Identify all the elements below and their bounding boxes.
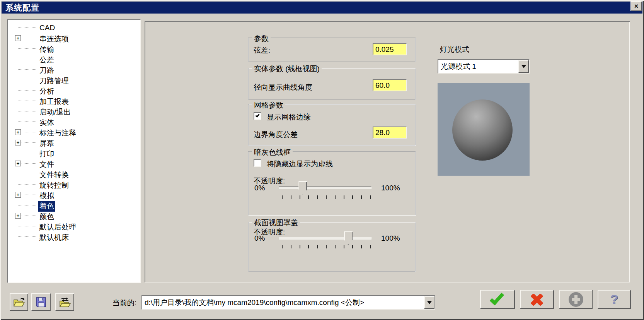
- check-icon: [255, 113, 259, 117]
- tree-item-label[interactable]: 标注与注释: [38, 128, 77, 139]
- lighting-mode-value: 光源模式 1: [438, 62, 518, 72]
- current-config-path: d:\用户目录\我的文档\my mcam2019\config\mcamxm.c…: [142, 298, 424, 308]
- cancel-button[interactable]: [520, 290, 554, 309]
- tree-item[interactable]: +颜色: [8, 210, 140, 221]
- tree-connector: [18, 142, 37, 143]
- tree-item[interactable]: 传输: [8, 43, 140, 54]
- tree-item[interactable]: 分析: [8, 85, 140, 96]
- tree-connector: [18, 48, 37, 49]
- tree-item[interactable]: 文件转换: [8, 169, 140, 179]
- tree-connector: [18, 121, 37, 122]
- tree-item-label[interactable]: 刀路管理: [38, 75, 70, 86]
- tree-item[interactable]: +模拟: [8, 190, 140, 200]
- chord-tolerance-input[interactable]: 0.025: [373, 43, 407, 55]
- lighting-mode-select[interactable]: 光源模式 1: [438, 59, 530, 74]
- opacity-slider-thumb[interactable]: [298, 181, 307, 195]
- lighting-preview-sphere: [452, 99, 513, 161]
- tree-item-label[interactable]: 打印: [38, 149, 55, 159]
- tree-item-label[interactable]: 串连选项: [38, 34, 70, 44]
- slider-ticks: [282, 195, 371, 199]
- current-config-select[interactable]: d:\用户目录\我的文档\my mcam2019\config\mcamxm.c…: [141, 295, 435, 310]
- tree-item[interactable]: 着色: [8, 200, 140, 210]
- slider-max-label: 100%: [381, 184, 400, 192]
- open-config-button[interactable]: [10, 293, 28, 311]
- tree-item[interactable]: 刀路: [8, 64, 140, 75]
- expand-plus-icon[interactable]: +: [15, 140, 21, 145]
- merge-config-button[interactable]: [55, 293, 74, 311]
- opacity-slider-thumb[interactable]: [344, 231, 353, 245]
- chevron-down-icon[interactable]: [518, 60, 529, 73]
- close-button[interactable]: ×: [630, 1, 642, 11]
- dialog-title: 系统配置: [2, 2, 39, 13]
- save-floppy-icon: [35, 296, 47, 308]
- tree-item[interactable]: +标注与注释: [8, 127, 140, 137]
- tree-item[interactable]: CAD: [8, 22, 140, 33]
- tree-item[interactable]: 公差: [8, 54, 140, 64]
- tree-item-label[interactable]: 默认后处理: [38, 222, 77, 233]
- save-config-button[interactable]: [31, 293, 51, 311]
- opacity-slider-track[interactable]: [279, 187, 371, 189]
- boundary-angle-tol-label: 边界角度公差: [254, 130, 298, 140]
- group-dim-wireframe: 暗灰色线框 将隐藏边显示为虚线 不透明度: 0% 100%: [248, 151, 416, 216]
- opacity-slider-track[interactable]: [279, 237, 371, 240]
- tree-item-label[interactable]: 屏幕: [38, 138, 55, 149]
- titlebar[interactable]: 系统配置: [2, 2, 642, 14]
- tree-item[interactable]: 实体: [8, 116, 140, 127]
- tree-item[interactable]: +屏幕: [8, 137, 140, 148]
- tree-item-label[interactable]: 颜色: [38, 211, 55, 222]
- tree-item-label[interactable]: 启动/退出: [38, 107, 72, 118]
- tree-item-label[interactable]: 传输: [38, 44, 55, 55]
- tree-item-label[interactable]: 文件: [38, 159, 55, 170]
- expand-plus-icon[interactable]: +: [15, 213, 21, 219]
- hidden-edges-dashed-label: 将隐藏边显示为虚线: [267, 159, 333, 169]
- tree-item[interactable]: 默认机床: [8, 231, 140, 242]
- tree-connector: [18, 132, 37, 132]
- tree-item-label[interactable]: 模拟: [38, 190, 55, 201]
- expand-plus-icon[interactable]: +: [15, 35, 21, 41]
- tree-item-label[interactable]: 分析: [38, 86, 55, 97]
- boundary-angle-tol-input[interactable]: 28.0: [373, 127, 407, 139]
- tree-item-label[interactable]: 旋转控制: [38, 180, 70, 191]
- show-mesh-edges-checkbox[interactable]: [254, 112, 261, 120]
- radial-curve-angle-input[interactable]: 60.0: [373, 79, 407, 91]
- tree-connector: [18, 226, 37, 226]
- group-solid-params-legend: 实体参数 (线框视图): [252, 64, 322, 74]
- tree-item-label[interactable]: 默认机床: [38, 232, 70, 243]
- settings-tree[interactable]: CAD+串连选项传输公差刀路刀路管理分析加工报表启动/退出实体+标注与注释+屏幕…: [7, 19, 141, 283]
- merge-folder-icon: [58, 296, 72, 308]
- slider-min-label: 0%: [254, 234, 265, 243]
- tree-item-label[interactable]: 公差: [38, 55, 55, 65]
- tree-item-label[interactable]: CAD: [38, 23, 56, 33]
- tree-item[interactable]: 加工报表: [8, 96, 140, 106]
- group-parameters-legend: 参数: [252, 34, 271, 44]
- tree-item-label[interactable]: 刀路: [38, 65, 55, 76]
- expand-plus-icon[interactable]: +: [15, 192, 21, 198]
- tree-connector: [18, 80, 37, 80]
- tree-connector: [18, 184, 37, 185]
- tree-item[interactable]: 默认后处理: [8, 221, 140, 231]
- tree-item[interactable]: +串连选项: [8, 33, 140, 43]
- tree-connector: [18, 111, 37, 111]
- expand-plus-icon[interactable]: +: [15, 129, 21, 135]
- tree-item-label[interactable]: 加工报表: [38, 96, 70, 107]
- tree-item[interactable]: 启动/退出: [8, 106, 140, 116]
- tree-item-label[interactable]: 实体: [38, 117, 55, 128]
- tree-item[interactable]: 刀路管理: [8, 75, 140, 85]
- lighting-preview: [438, 83, 530, 176]
- open-folder-icon: [13, 297, 25, 308]
- tree-item[interactable]: 打印: [8, 148, 140, 158]
- tree-item[interactable]: +文件: [8, 158, 140, 169]
- tree-item-label[interactable]: 着色: [38, 201, 55, 212]
- tree-connector: [18, 69, 37, 70]
- ok-button[interactable]: [480, 290, 515, 309]
- hidden-edges-dashed-checkbox[interactable]: [254, 159, 261, 167]
- tree-item[interactable]: 旋转控制: [8, 179, 140, 190]
- expand-plus-icon[interactable]: +: [15, 161, 21, 166]
- help-button[interactable]: ?: [598, 290, 631, 309]
- group-parameters: 参数 弦差: 0.025: [248, 38, 416, 62]
- group-section-mask: 截面视图罩盖 不透明度: 0% 100%: [248, 222, 416, 272]
- tree-item-label[interactable]: 文件转换: [38, 169, 70, 180]
- tree-connector: [18, 90, 37, 91]
- chevron-down-icon[interactable]: [424, 296, 434, 309]
- current-config-label: 当前的:: [112, 298, 136, 308]
